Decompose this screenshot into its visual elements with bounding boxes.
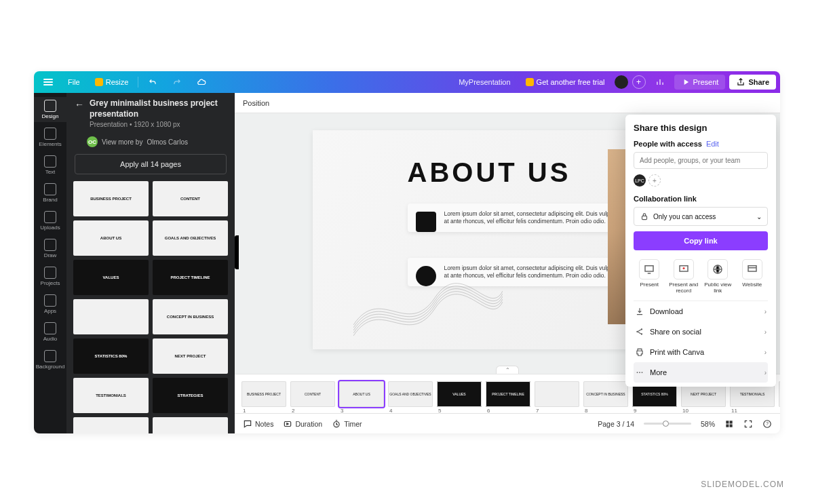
apply-all-button[interactable]: Apply all 14 pages <box>75 154 227 174</box>
notes-label: Notes <box>255 420 273 428</box>
author-badge-icon: OC <box>87 136 98 147</box>
filmstrip-thumb[interactable]: 7 <box>535 381 579 407</box>
svg-point-11 <box>639 372 640 373</box>
templates-panel: ← Grey minimalist business project prese… <box>66 93 235 433</box>
template-thumb[interactable]: ABOUT US <box>73 220 149 256</box>
rail-label: Elements <box>39 141 61 147</box>
link-access-select[interactable]: Only you can access ⌄ <box>634 207 768 226</box>
duration-button[interactable]: Duration <box>283 419 322 429</box>
template-thumb[interactable]: CONCEPT IN BUSINESS <box>153 299 228 334</box>
svg-point-12 <box>642 372 643 373</box>
add-member-button[interactable]: + <box>632 75 646 89</box>
share-grid-label: Present <box>640 282 659 288</box>
template-thumb[interactable]: STRATEGIES <box>153 378 228 413</box>
redo-button[interactable] <box>167 75 187 90</box>
timer-button[interactable]: Timer <box>332 419 362 429</box>
filmstrip-thumb[interactable]: CONTENT2 <box>290 381 335 407</box>
film-page-number: 5 <box>438 408 441 414</box>
share-list-item-more[interactable]: More› <box>634 362 768 383</box>
user-avatar[interactable] <box>615 75 628 89</box>
svg-point-7 <box>636 331 638 332</box>
panel-collapse-handle[interactable] <box>235 235 239 269</box>
cloud-sync-button[interactable] <box>191 75 212 90</box>
rail-icon <box>44 128 56 140</box>
document-name[interactable]: MyPresentation <box>453 75 516 89</box>
filmstrip-thumb[interactable]: 12 <box>779 381 780 407</box>
rail-item-projects[interactable]: Projects <box>34 264 66 289</box>
template-thumb[interactable] <box>73 299 149 334</box>
rail-item-brand[interactable]: Brand <box>34 180 66 206</box>
resize-button[interactable]: Resize <box>90 75 134 89</box>
rail-item-audio[interactable]: Audio <box>34 319 66 345</box>
chevron-right-icon: › <box>764 349 767 356</box>
share-popover-title: Share this design <box>634 123 768 133</box>
template-thumb[interactable]: GOALS AND OBJECTIVES <box>153 220 228 256</box>
add-member-button[interactable]: + <box>648 174 661 187</box>
template-thumb[interactable]: BUSINESS PROJECT <box>73 181 149 216</box>
slide-title-text[interactable]: ABOUT US <box>408 157 571 188</box>
film-page-number: 2 <box>292 408 294 414</box>
rail-item-design[interactable]: Design <box>34 97 66 122</box>
template-thumb[interactable]: THANKS FOR WATCHING <box>153 417 228 433</box>
print-icon <box>635 347 644 357</box>
rail-item-background[interactable]: Background <box>34 347 66 372</box>
filmstrip-thumb[interactable]: GOALS AND OBJECTIVES4 <box>388 381 433 407</box>
file-menu[interactable]: File <box>62 75 85 89</box>
fullscreen-icon <box>743 419 753 429</box>
menu-button[interactable] <box>38 76 58 88</box>
filmstrip-thumb[interactable]: CONCEPT IN BUSINESS8 <box>583 381 628 407</box>
zoom-value[interactable]: 58% <box>701 420 715 428</box>
share-grid-item[interactable]: Website <box>737 259 769 294</box>
share-list-item-social[interactable]: Share on social› <box>634 322 768 342</box>
template-author[interactable]: OC View more by Olmos Carlos <box>66 134 235 154</box>
member-avatar[interactable]: LPC <box>634 174 646 187</box>
share-grid-item[interactable]: Present and record <box>668 259 700 294</box>
share-grid-item[interactable]: Present <box>634 259 665 294</box>
filmstrip-thumb[interactable]: BUSINESS PROJECT1 <box>241 381 286 407</box>
fullscreen-button[interactable] <box>743 419 753 429</box>
add-people-input[interactable] <box>634 152 768 169</box>
share-list-item-print[interactable]: Print with Canva› <box>634 342 768 362</box>
position-button[interactable]: Position <box>243 99 269 107</box>
back-button[interactable]: ← <box>73 98 85 111</box>
analytics-button[interactable] <box>650 75 670 90</box>
free-trial-button[interactable]: Get another free trial <box>520 75 610 89</box>
notes-button[interactable]: Notes <box>243 419 273 429</box>
rail-item-uploads[interactable]: Uploads <box>34 208 66 233</box>
present-button[interactable]: Present <box>674 75 726 90</box>
share-icon <box>736 77 745 87</box>
rail-icon <box>44 100 56 112</box>
present-label: Present <box>693 78 719 86</box>
template-thumb[interactable]: TESTIMONIALS <box>73 378 149 413</box>
share-grid-icon <box>674 259 694 279</box>
template-thumb[interactable]: NEXT PROJECT <box>153 338 228 374</box>
page-indicator[interactable]: Page 3 / 14 <box>598 420 634 428</box>
rail-item-draw[interactable]: Draw <box>34 236 66 261</box>
rail-item-elements[interactable]: Elements <box>34 125 66 150</box>
template-thumb[interactable]: CONTENT <box>153 181 228 216</box>
rail-item-apps[interactable]: Apps <box>34 292 66 317</box>
share-grid-icon <box>708 259 728 279</box>
filmstrip-thumb[interactable]: VALUES5 <box>437 381 482 407</box>
help-button[interactable]: ? <box>762 419 772 429</box>
film-page-number: 6 <box>487 408 490 414</box>
rail-item-text[interactable]: Text <box>34 153 66 178</box>
copy-link-button[interactable]: Copy link <box>634 231 768 250</box>
filmstrip-thumb[interactable]: ABOUT US3 <box>339 381 384 407</box>
share-button[interactable]: Share <box>729 75 776 90</box>
zoom-slider-thumb[interactable] <box>663 421 669 427</box>
template-thumb[interactable]: OUR TEAM <box>73 417 149 433</box>
share-list-item-download[interactable]: Download› <box>634 301 768 322</box>
resize-label: Resize <box>106 78 129 86</box>
template-thumb[interactable]: PROJECT TIMELINE <box>153 260 228 295</box>
template-thumb[interactable]: VALUES <box>73 260 149 295</box>
share-grid-item[interactable]: Public view link <box>702 259 734 294</box>
filmstrip-thumb[interactable]: PROJECT TIMELINE6 <box>486 381 530 407</box>
undo-button[interactable] <box>142 75 163 90</box>
grid-view-button[interactable] <box>724 419 734 429</box>
edit-access-link[interactable]: Edit <box>706 140 719 148</box>
template-thumb[interactable]: STATISTICS 80% <box>73 338 149 374</box>
filmstrip-toggle[interactable]: ⌃ <box>496 366 519 374</box>
film-label: TESTIMONIALS <box>740 392 765 396</box>
zoom-slider[interactable] <box>644 423 691 425</box>
